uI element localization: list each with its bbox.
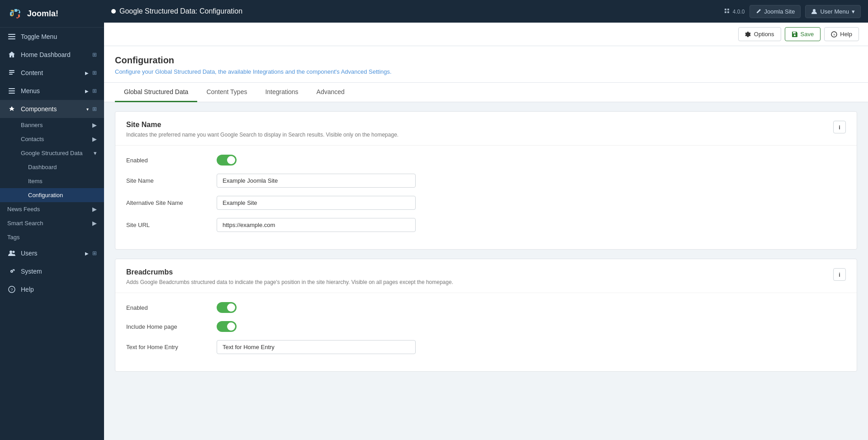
svg-rect-2 [8,36,15,37]
svg-text:?: ? [10,288,13,292]
sidebar-sub-tags[interactable]: Tags [0,230,104,244]
svg-rect-16 [725,11,726,13]
sidebar-item-components[interactable]: Components ▾ ⊞ [0,100,104,118]
site-name-input[interactable] [217,174,416,188]
site-url-input[interactable] [217,218,416,232]
svg-point-11 [13,251,15,253]
sidebar-logo: Joomla! [0,0,104,28]
breadcrumbs-description: Adds Google Beadcrumbs structured data t… [126,279,453,285]
sidebar-sub-news-feeds[interactable]: News Feeds ▶ [0,202,104,216]
include-home-toggle[interactable] [217,321,237,332]
include-home-toggle-slider [217,321,237,332]
site-name-header: Site Name Indicates the preferred name y… [115,112,857,146]
site-name-row: Site Name [126,174,846,188]
svg-rect-0 [7,5,24,22]
site-name-field-label: Site Name [126,177,217,184]
smart-search-label: Smart Search [7,220,43,227]
topbar-title: Google Structured Data: Configuration [119,7,242,15]
google-sd-label: Google Structured Data [21,150,83,156]
menus-arrow-icon: ▶ [85,89,89,94]
site-name-enabled-toggle[interactable] [217,155,237,166]
svg-rect-9 [9,93,15,94]
sidebar-item-content[interactable]: Content ▶ ⊞ [0,64,104,82]
tab-content-types[interactable]: Content Types [197,83,256,102]
sidebar-sub-configuration[interactable]: Configuration [0,188,104,202]
joomla-site-button[interactable]: Joomla Site [749,5,801,18]
breadcrumbs-info-icon: i [839,271,840,278]
news-feeds-arrow-icon: ▶ [92,206,97,213]
breadcrumbs-body: Enabled Include Home page [115,293,857,371]
svg-rect-17 [727,11,729,13]
sidebar-sub-items[interactable]: Items [0,174,104,188]
svg-rect-8 [9,90,15,91]
svg-point-10 [9,251,12,253]
toggle-slider [217,155,237,166]
svg-rect-7 [9,88,15,89]
site-name-section: Site Name Indicates the preferred name y… [115,111,857,250]
site-name-enabled-row: Enabled [126,155,846,166]
save-button[interactable]: Save [785,27,821,41]
svg-rect-3 [8,38,15,39]
tab-global-structured-data[interactable]: Global Structured Data [115,83,197,102]
sidebar-sub-contacts[interactable]: Contacts ▶ [0,132,104,146]
enabled-label: Enabled [126,157,217,164]
breadcrumbs-enabled-toggle[interactable] [217,302,237,313]
sidebar-sub-smart-search[interactable]: Smart Search ▶ [0,216,104,230]
alt-site-name-field-label: Alternative Site Name [126,199,217,206]
include-home-label: Include Home page [126,323,217,330]
breadcrumbs-header: Breadcrumbs Adds Google Beadcrumbs struc… [115,259,857,293]
sidebar-item-help[interactable]: ? Help [0,280,104,298]
items-label: Items [28,178,43,185]
toggle-menu-label: Toggle Menu [21,33,97,40]
banners-label: Banners [21,122,43,128]
options-button[interactable]: Options [738,27,781,41]
sidebar-item-users[interactable]: Users ▶ ⊞ [0,244,104,262]
topbar-right: 4.0.0 Joomla Site User Menu ▾ [724,5,861,18]
menus-icon [7,86,16,95]
home-icon [7,50,16,59]
home-grid-icon: ⊞ [92,52,97,58]
site-url-row: Site URL [126,218,846,232]
options-gear-icon [745,31,751,38]
banners-arrow-icon: ▶ [92,122,97,128]
contacts-label: Contacts [21,136,44,142]
help-question-icon: ? [831,31,837,38]
sidebar-menus-label: Menus [21,87,85,95]
sidebar-sub-banners[interactable]: Banners ▶ [0,118,104,132]
topbar-dot-icon [111,9,116,14]
site-name-info-button[interactable]: i [833,121,846,133]
site-url-field-label: Site URL [126,222,217,228]
sidebar-item-system[interactable]: System [0,262,104,280]
sidebar-content-label: Content [21,69,85,76]
content-icon [7,68,16,77]
contacts-arrow-icon: ▶ [92,136,97,142]
tab-advanced[interactable]: Advanced [308,83,354,102]
breadcrumbs-title: Breadcrumbs [126,268,453,276]
news-feeds-label: News Feeds [7,206,40,213]
components-grid-icon: ⊞ [92,106,97,112]
sidebar-item-home[interactable]: Home Dashboard ⊞ [0,46,104,64]
help-button[interactable]: ? Help [824,27,859,41]
components-arrow-icon: ▾ [86,107,89,112]
tab-integrations[interactable]: Integrations [256,83,307,102]
user-menu-button[interactable]: User Menu ▾ [805,5,861,18]
sidebar-toggle-menu[interactable]: Toggle Menu [0,28,104,46]
alt-site-name-input[interactable] [217,196,416,210]
google-sd-arrow-icon: ▾ [94,150,97,156]
breadcrumbs-info-button[interactable]: i [833,268,846,281]
sidebar: Joomla! Toggle Menu Home Dashboard ⊞ Con… [0,0,104,440]
sidebar-item-menus[interactable]: Menus ▶ ⊞ [0,82,104,100]
site-name-body: Enabled Site Name Alternative Site Name [115,146,857,249]
sidebar-sub-dashboard[interactable]: Dashboard [0,160,104,174]
tab-global-label: Global Structured Data [124,88,188,95]
tab-advanced-label: Advanced [317,88,345,95]
text-home-input[interactable] [217,340,416,354]
sidebar-sub-google-sd[interactable]: Google Structured Data ▾ [0,146,104,160]
svg-rect-1 [8,34,15,35]
text-home-row: Text for Home Entry [126,340,846,354]
tab-integrations-label: Integrations [265,88,298,95]
dashboard-label: Dashboard [28,164,57,170]
content-area: Options Save ? Help Configuration Config… [104,23,868,440]
text-home-label: Text for Home Entry [126,344,217,350]
page-title: Configuration [115,55,857,66]
